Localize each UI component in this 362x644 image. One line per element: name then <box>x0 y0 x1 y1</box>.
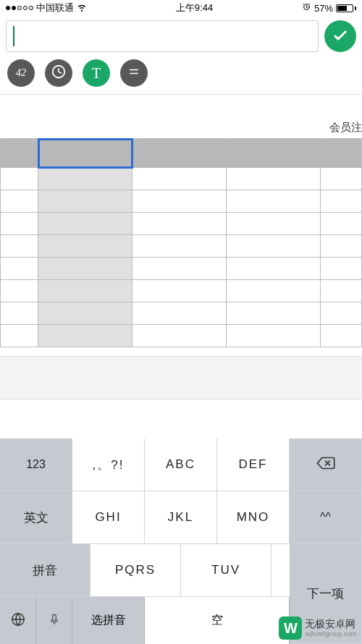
key-space[interactable]: 空 <box>145 597 290 644</box>
key-backspace[interactable] <box>290 438 362 491</box>
key-punct[interactable]: ,。?! <box>72 438 145 491</box>
spreadsheet[interactable]: 会员注 <box>0 138 362 347</box>
table-row[interactable] <box>1 325 362 347</box>
clock-label: 上午9:44 <box>176 1 213 14</box>
clock-icon <box>51 64 67 82</box>
text-cursor <box>13 26 14 46</box>
key-abc[interactable]: ABC <box>145 438 217 491</box>
status-bar: 中国联通 上午9:44 57% <box>0 0 362 16</box>
number-format-button[interactable]: 42 <box>7 59 35 87</box>
more-menu-button[interactable] <box>120 59 148 87</box>
key-select-pinyin[interactable]: 选拼音 <box>72 597 145 644</box>
table-row[interactable] <box>1 190 362 213</box>
wifi-icon <box>77 2 87 14</box>
globe-icon <box>10 611 26 630</box>
key-english[interactable]: 英文 <box>0 491 72 544</box>
watermark: W 无极安卓网 wjhotelgroup.com <box>279 617 356 640</box>
mic-icon <box>48 611 61 630</box>
table-row[interactable] <box>1 168 362 190</box>
signal-strength-icon <box>6 6 33 10</box>
key-caret[interactable]: ^^ <box>290 491 362 544</box>
time-format-button[interactable] <box>45 59 72 87</box>
carrier-label: 中国联通 <box>36 1 74 14</box>
backspace-icon <box>316 456 336 473</box>
check-icon <box>332 27 349 46</box>
format-toolbar: 42 T <box>0 56 362 94</box>
table-row[interactable] <box>1 280 362 302</box>
key-globe[interactable] <box>0 597 36 644</box>
key-pinyin[interactable]: 拼音 <box>0 544 90 597</box>
table-row[interactable] <box>1 213 362 235</box>
watermark-logo: W <box>279 617 302 640</box>
key-tuv[interactable]: TUV <box>181 544 272 597</box>
table-header-row[interactable] <box>1 139 362 168</box>
divider <box>0 94 362 95</box>
svg-rect-2 <box>52 614 56 621</box>
table-row[interactable] <box>1 235 362 258</box>
table-row[interactable] <box>1 258 362 280</box>
keyboard-gap <box>0 356 362 399</box>
menu-icon <box>127 64 141 82</box>
cell-input[interactable] <box>6 20 319 52</box>
sheet-title: 会员注 <box>329 121 362 135</box>
key-mno[interactable]: MNO <box>217 491 290 544</box>
table-row[interactable] <box>1 302 362 325</box>
confirm-button[interactable] <box>324 20 356 52</box>
battery-icon <box>336 4 356 12</box>
text-format-button[interactable]: T <box>83 59 110 87</box>
alarm-icon <box>302 2 311 14</box>
key-jkl[interactable]: JKL <box>145 491 217 544</box>
key-def[interactable]: DEF <box>217 438 290 491</box>
watermark-url: wjhotelgroup.com <box>305 630 356 637</box>
key-mic[interactable] <box>36 597 72 644</box>
key-ghi[interactable]: GHI <box>72 491 145 544</box>
watermark-name: 无极安卓网 <box>305 619 356 630</box>
battery-percent: 57% <box>314 3 333 14</box>
selected-cell[interactable] <box>38 139 132 168</box>
key-pqrs[interactable]: PQRS <box>90 544 181 597</box>
key-123[interactable]: 123 <box>0 438 72 491</box>
keyboard: 123 ,。?! ABC DEF 英文 GHI JKL MNO ^^ 拼音 PQ… <box>0 438 362 644</box>
